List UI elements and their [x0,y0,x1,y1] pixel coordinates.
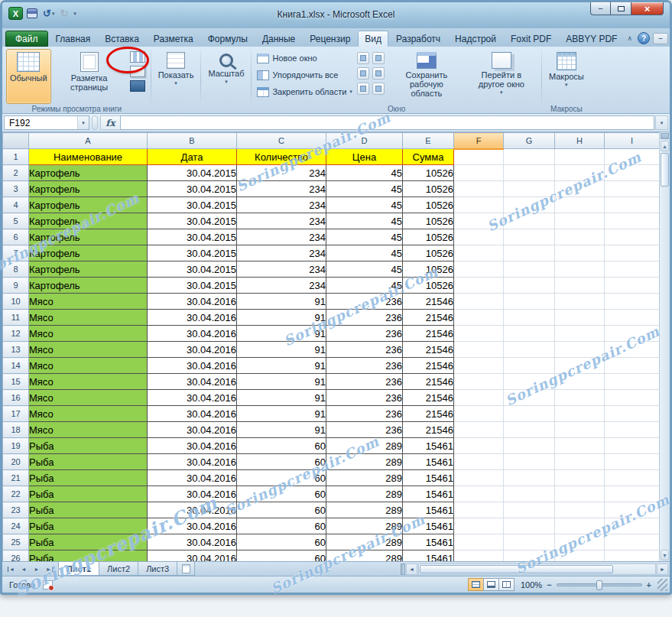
split-button[interactable] [357,52,369,64]
cell-H3[interactable] [555,181,605,197]
qat-customize-button[interactable]: ▾ [72,11,78,17]
cell-H23[interactable] [555,502,605,518]
cell-B17[interactable]: 30.04.2016 [148,406,237,422]
column-header-E[interactable]: E [403,133,454,149]
normal-view-button[interactable]: Обычный [6,49,51,104]
cell-C10[interactable]: 91 [237,294,326,310]
cell-F1[interactable] [454,149,504,165]
cell-B26[interactable]: 30.04.2016 [148,550,237,562]
cell-I18[interactable] [605,422,660,438]
name-box[interactable]: F192 ▾ [4,115,89,130]
cell-C7[interactable]: 234 [237,245,326,261]
cell-H6[interactable] [555,229,605,245]
cell-H22[interactable] [555,486,605,502]
cell-H4[interactable] [555,197,605,213]
cell-C1[interactable]: Количество [237,149,326,165]
row-header-24[interactable]: 24 [3,518,29,534]
cell-C16[interactable]: 91 [237,390,326,406]
cell-F22[interactable] [454,486,504,502]
cell-C17[interactable]: 91 [237,406,326,422]
zoom-slider[interactable] [557,583,642,586]
cell-A3[interactable]: Картофель [29,181,148,197]
cell-A22[interactable]: Рыба [29,486,148,502]
cell-F10[interactable] [454,294,504,310]
cell-I1[interactable] [605,149,660,165]
cell-E23[interactable]: 15461 [403,502,454,518]
cell-D1[interactable]: Цена [326,149,403,165]
cell-D19[interactable]: 289 [326,438,403,454]
cell-H17[interactable] [555,406,605,422]
cell-G1[interactable] [504,149,555,165]
cell-I10[interactable] [605,294,660,310]
row-header-25[interactable]: 25 [3,534,29,550]
cell-C22[interactable]: 60 [237,486,326,502]
cell-B15[interactable]: 30.04.2016 [148,374,237,390]
first-sheet-button[interactable]: ◄ [5,563,17,575]
row-header-15[interactable]: 15 [3,374,29,390]
cell-D21[interactable]: 289 [326,470,403,486]
cell-I22[interactable] [605,486,660,502]
cell-E3[interactable]: 10526 [403,181,454,197]
cell-F17[interactable] [454,406,504,422]
cell-D18[interactable]: 236 [326,422,403,438]
cell-I4[interactable] [605,197,660,213]
cell-D20[interactable]: 289 [326,454,403,470]
cell-F14[interactable] [454,358,504,374]
cell-B1[interactable]: Дата [148,149,237,165]
sheet-tab-лист2[interactable]: Лист2 [99,562,138,576]
cell-F5[interactable] [454,213,504,229]
resize-grip[interactable] [657,579,667,591]
tab-вставка[interactable]: Вставка [98,31,146,47]
workbook-minimize-button[interactable]: − [653,33,668,44]
cell-G16[interactable] [504,390,555,406]
freeze-panes-button[interactable]: Закрепить области ▾ [254,83,355,100]
cell-H16[interactable] [555,390,605,406]
cell-G17[interactable] [504,406,555,422]
cell-E24[interactable]: 15461 [403,518,454,534]
cell-I23[interactable] [605,502,660,518]
cell-D13[interactable]: 236 [326,342,403,358]
cell-I8[interactable] [605,261,660,278]
cell-H14[interactable] [555,358,605,374]
cell-E2[interactable]: 10526 [403,165,454,181]
cell-B8[interactable]: 30.04.2015 [148,261,237,278]
cell-G6[interactable] [504,229,555,245]
cell-G13[interactable] [504,342,555,358]
cell-F21[interactable] [454,470,504,486]
cell-A8[interactable]: Картофель [29,261,148,278]
cell-G26[interactable] [504,550,555,562]
cell-E5[interactable]: 10526 [403,213,454,229]
cell-B25[interactable]: 30.04.2016 [148,534,237,550]
cell-E14[interactable]: 21546 [403,358,454,374]
tab-данные[interactable]: Данные [255,31,302,47]
row-header-3[interactable]: 3 [3,181,29,197]
insert-function-button[interactable]: fx [100,115,120,130]
cell-G18[interactable] [504,422,555,438]
select-all-button[interactable] [3,133,29,149]
scroll-up-icon[interactable]: ▲ [661,141,669,151]
cell-H21[interactable] [555,470,605,486]
cell-I20[interactable] [605,454,660,470]
cell-A11[interactable]: Мясо [29,310,148,326]
cell-C18[interactable]: 91 [237,422,326,438]
cell-G2[interactable] [504,165,555,181]
row-header-8[interactable]: 8 [3,261,29,278]
cell-C13[interactable]: 91 [237,342,326,358]
row-header-1[interactable]: 1 [3,149,29,165]
sheet-tab-лист3[interactable]: Лист3 [138,562,177,576]
cell-E6[interactable]: 10526 [403,229,454,245]
column-header-B[interactable]: B [148,133,237,149]
cell-H1[interactable] [555,149,605,165]
cell-B9[interactable]: 30.04.2015 [148,278,237,294]
cell-D24[interactable]: 289 [326,518,403,534]
cell-I2[interactable] [605,165,660,181]
cell-E13[interactable]: 21546 [403,342,454,358]
cell-I19[interactable] [605,438,660,454]
cell-E11[interactable]: 21546 [403,310,454,326]
row-header-23[interactable]: 23 [3,502,29,518]
cell-A4[interactable]: Картофель [29,197,148,213]
cell-E22[interactable]: 15461 [403,486,454,502]
cell-G20[interactable] [504,454,555,470]
zoom-level[interactable]: 100% [519,580,542,589]
close-button[interactable]: × [631,2,664,15]
